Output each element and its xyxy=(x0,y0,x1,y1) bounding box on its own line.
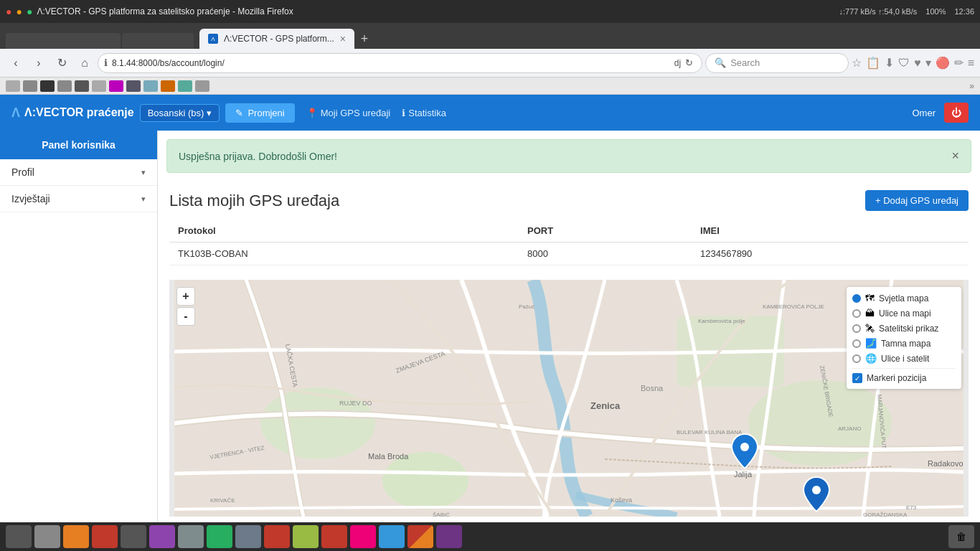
gps-table: Protokol PORT IMEI TK103B-COBAN 8000 123… xyxy=(169,220,969,265)
reload-icon: ↻ xyxy=(685,57,693,68)
izvjestaji-arrow: ▾ xyxy=(141,194,146,204)
zoom-out-button[interactable]: - xyxy=(176,307,195,326)
taskbar-item-7[interactable] xyxy=(178,525,204,548)
browser-toolbar: ‹ › ↻ ⌂ ℹ 8.1.44:8000/bs/account/login/ … xyxy=(0,49,980,77)
alert-close-button[interactable]: × xyxy=(951,149,959,164)
ext-2 xyxy=(23,80,37,92)
download-icon[interactable]: ⬇ xyxy=(885,56,894,70)
browser-titlebar: ● ● ● Λ:VECTOR - GPS platforma za sateli… xyxy=(0,0,980,23)
taskbar-item-6[interactable] xyxy=(149,525,175,548)
zoom-in-button[interactable]: + xyxy=(176,287,195,306)
logout-button[interactable]: ⏻ xyxy=(944,103,969,123)
pocket-icon[interactable]: 🔴 xyxy=(936,56,950,70)
layer-radio-svjetla xyxy=(852,294,861,303)
markeri-checkbox[interactable]: ✓ xyxy=(852,373,862,383)
svg-text:Pažuć: Pažuć xyxy=(519,303,534,310)
promjeni-label: Promjeni xyxy=(248,108,284,118)
arrow-icon[interactable]: ▾ xyxy=(925,56,931,70)
star-icon[interactable]: ☆ xyxy=(852,56,862,70)
active-tab[interactable]: Λ Λ:VECTOR - GPS platform... × xyxy=(199,29,354,49)
table-row[interactable]: TK103B-COBAN 8000 1234567890 xyxy=(169,242,969,265)
svg-text:E73: E73 xyxy=(906,504,917,511)
sidebar-item-izvjestaji[interactable]: Izvještaji ▾ xyxy=(0,186,157,212)
dropdown-arrow: ▾ xyxy=(207,108,212,118)
taskbar-item-4[interactable] xyxy=(92,525,118,548)
taskbar-item-8[interactable] xyxy=(207,525,232,548)
address-bar[interactable]: ℹ 8.1.44:8000/bs/account/login/ dj ↻ xyxy=(98,53,702,73)
taskbar-trash[interactable]: 🗑 xyxy=(948,525,974,548)
svg-text:Bosna: Bosna xyxy=(641,384,664,392)
col-port: PORT xyxy=(519,220,692,242)
taskbar-item-15[interactable] xyxy=(407,525,433,548)
ext-7 xyxy=(109,80,123,92)
taskbar-item-14[interactable] xyxy=(379,525,405,548)
tab-close-button[interactable]: × xyxy=(340,33,346,44)
gps-link-label: Moji GPS uređaji xyxy=(321,108,391,118)
layer-item-svjetla[interactable]: 🗺 Svjetla mapa xyxy=(852,293,956,303)
taskbar-item-16[interactable] xyxy=(436,525,462,548)
map-container[interactable]: Zenica Mala Broda Bosna Radakovo Jalija … xyxy=(169,280,969,517)
brand-icon: Λ xyxy=(11,105,20,121)
stats-icon: ℹ xyxy=(402,108,405,118)
screenshot-icon[interactable]: ✏ xyxy=(954,56,963,70)
shield-icon[interactable]: 🛡 xyxy=(898,57,910,70)
statistics-link[interactable]: ℹ Statistika xyxy=(402,108,446,118)
taskbar-item-9[interactable] xyxy=(235,525,261,548)
back-button[interactable]: ‹ xyxy=(6,53,26,73)
svg-text:Zenica: Zenica xyxy=(590,400,621,411)
minimize-btn[interactable]: ● xyxy=(16,6,22,17)
maximize-btn[interactable]: ● xyxy=(27,6,32,17)
home-button[interactable]: ⌂ xyxy=(75,53,95,73)
table-header-row: Protokol PORT IMEI xyxy=(169,220,969,242)
ext-6 xyxy=(92,80,106,92)
forward-button[interactable]: › xyxy=(29,53,49,73)
taskbar-item-2[interactable] xyxy=(34,525,60,548)
layer-item-markeri[interactable]: ✓ Markeri pozicija xyxy=(852,368,956,383)
layer-icon-satelit: 🛰 xyxy=(865,323,875,334)
promjeni-icon: ✎ xyxy=(235,108,243,118)
ext-12 xyxy=(195,80,209,92)
user-info: 👤 Omer xyxy=(898,108,936,118)
user-name: Omer xyxy=(913,108,936,118)
browser-chrome: ● ● ● Λ:VECTOR - GPS platforma za sateli… xyxy=(0,0,980,95)
ext-more: » xyxy=(969,81,974,91)
network-stats: ↓:777 kB/s ↑:54,0 kB/s xyxy=(839,7,917,16)
alert-message: Uspješna prijava. Dobrodošli Omer! xyxy=(179,151,337,162)
ext-10 xyxy=(161,80,175,92)
layer-icon-ulice: 🏔 xyxy=(865,308,875,319)
layer-item-satelit[interactable]: 🛰 Satelitski prikaz xyxy=(852,323,956,334)
gps-devices-link[interactable]: 📍 Moji GPS uređaji xyxy=(306,108,391,118)
promjeni-button[interactable]: ✎ Promjeni xyxy=(225,103,294,123)
layer-item-tamna[interactable]: 🗾 Tamna mapa xyxy=(852,338,956,349)
taskbar-item-11[interactable] xyxy=(293,525,319,548)
sidebar: Panel korisnika Profil ▾ Izvještaji ▾ xyxy=(0,131,158,522)
ext-5 xyxy=(75,80,89,92)
menu-icon[interactable]: ≡ xyxy=(968,57,974,70)
bookmark-icon[interactable]: 📋 xyxy=(866,56,880,70)
taskbar-item-12[interactable] xyxy=(321,525,347,548)
taskbar-item-3[interactable] xyxy=(63,525,89,548)
user-icon: 👤 xyxy=(898,108,910,118)
taskbar-item-5[interactable] xyxy=(121,525,146,548)
markeri-label: Markeri pozicija xyxy=(867,373,926,383)
ext-1 xyxy=(6,80,20,92)
taskbar-item-1[interactable] xyxy=(6,525,32,548)
logout-icon: ⏻ xyxy=(951,107,961,118)
layer-item-ulice-satelit[interactable]: 🌐 Ulice i satelit xyxy=(852,353,956,364)
add-gps-button[interactable]: + Dodaj GPS uređaj xyxy=(865,190,969,211)
gps-section: Lista mojih GPS uređaja + Dodaj GPS uređ… xyxy=(158,182,980,280)
toolbar-icons: ☆ 📋 ⬇ 🛡 ♥ ▾ 🔴 ✏ ≡ xyxy=(852,56,974,70)
lang-label: Bosanski (bs) xyxy=(148,108,204,118)
sidebar-item-profil[interactable]: Profil ▾ xyxy=(0,159,157,186)
new-tab-button[interactable]: + xyxy=(354,29,374,49)
col-imei: IMEI xyxy=(692,220,969,242)
taskbar-item-13[interactable] xyxy=(350,525,376,548)
layer-item-ulice[interactable]: 🏔 Ulice na mapi xyxy=(852,308,956,319)
close-btn[interactable]: ● xyxy=(6,6,11,17)
language-dropdown[interactable]: Bosanski (bs) ▾ xyxy=(140,104,220,122)
refresh-button[interactable]: ↻ xyxy=(52,53,72,73)
cell-protocol: TK103B-COBAN xyxy=(169,242,519,265)
heart-icon[interactable]: ♥ xyxy=(914,57,921,70)
taskbar-item-10[interactable] xyxy=(264,525,290,548)
search-bar[interactable]: 🔍 Search xyxy=(705,53,849,73)
